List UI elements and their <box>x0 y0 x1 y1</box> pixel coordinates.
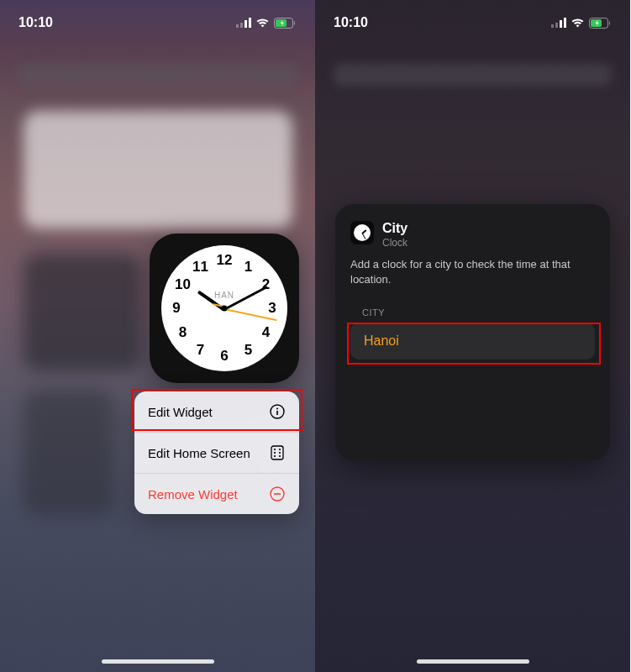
phone-screen-right: 10:10 City Clock Add a clock for a city … <box>315 0 630 672</box>
battery-charging-icon <box>589 18 612 29</box>
sheet-title: City <box>382 221 408 236</box>
background-blur <box>18 64 297 86</box>
clock-number: 7 <box>191 342 211 359</box>
svg-rect-19 <box>555 23 558 28</box>
svg-rect-18 <box>551 24 554 28</box>
svg-point-10 <box>274 449 276 450</box>
clock-app-icon <box>350 221 374 244</box>
city-settings-sheet: City Clock Add a clock for a city to che… <box>335 204 610 460</box>
background-blur <box>24 390 114 516</box>
clock-number: 10 <box>173 276 193 293</box>
clock-number: 8 <box>173 324 193 341</box>
remove-widget-menu-item[interactable]: Remove Widget <box>134 474 299 514</box>
edit-home-screen-menu-item[interactable]: Edit Home Screen <box>134 433 299 474</box>
clock-city-label: HAN <box>214 291 234 300</box>
svg-point-7 <box>276 408 278 410</box>
clock-number: 1 <box>239 259 259 276</box>
status-time: 10:10 <box>334 15 368 30</box>
status-bar: 10:10 <box>315 0 630 37</box>
svg-rect-1 <box>240 23 243 28</box>
svg-rect-17 <box>274 493 281 495</box>
svg-rect-0 <box>236 24 239 28</box>
svg-rect-21 <box>564 18 566 28</box>
cellular-signal-icon <box>236 18 251 28</box>
svg-rect-20 <box>560 20 562 28</box>
info-icon <box>269 403 286 420</box>
background-blur <box>24 254 141 371</box>
clock-number: 3 <box>262 300 282 317</box>
svg-rect-2 <box>245 20 247 28</box>
clock-widget[interactable]: HAN 12 1 2 3 4 5 6 7 8 9 10 11 <box>150 234 299 383</box>
svg-point-11 <box>279 449 281 450</box>
svg-rect-3 <box>249 18 251 28</box>
clock-number: 6 <box>214 348 234 365</box>
background-blur <box>334 64 612 86</box>
wifi-icon <box>255 18 270 28</box>
clock-number: 9 <box>166 300 187 317</box>
background-blur <box>24 111 292 228</box>
sheet-subtitle: Clock <box>382 237 408 249</box>
status-bar: 10:10 <box>0 0 315 37</box>
home-indicator[interactable] <box>417 659 529 664</box>
status-time: 10:10 <box>18 15 53 30</box>
svg-point-13 <box>279 452 281 454</box>
apps-grid-icon <box>269 444 286 461</box>
clock-face: HAN 12 1 2 3 4 5 6 7 8 9 10 11 <box>161 245 287 371</box>
battery-charging-icon <box>274 18 297 29</box>
home-indicator[interactable] <box>102 659 214 664</box>
edit-widget-menu-item[interactable]: Edit Widget <box>134 391 299 433</box>
sheet-section-label: CITY <box>362 307 595 318</box>
wifi-icon <box>571 18 585 28</box>
clock-number: 12 <box>214 252 234 269</box>
phone-screen-left: 10:10 HAN 12 1 2 3 4 5 6 7 8 <box>0 0 315 672</box>
svg-rect-9 <box>271 446 283 459</box>
svg-point-14 <box>274 455 276 457</box>
status-icons <box>551 18 612 29</box>
clock-number: 4 <box>256 324 276 341</box>
sheet-description: Add a clock for a city to check the time… <box>350 257 595 287</box>
menu-item-label: Edit Home Screen <box>148 446 250 460</box>
clock-number: 11 <box>191 259 211 276</box>
menu-item-label: Edit Widget <box>148 405 213 419</box>
svg-point-15 <box>279 455 281 457</box>
clock-number: 5 <box>239 342 259 359</box>
svg-rect-8 <box>276 411 278 415</box>
minus-circle-icon <box>269 486 286 502</box>
clock-center <box>222 306 228 312</box>
sheet-header: City Clock <box>350 221 595 249</box>
widget-context-menu: Edit Widget Edit Home Screen Remove Widg… <box>134 391 299 514</box>
status-icons <box>236 18 297 29</box>
city-selector-row[interactable]: Hanoi <box>350 323 595 360</box>
cellular-signal-icon <box>551 18 566 28</box>
menu-item-label: Remove Widget <box>148 487 238 501</box>
svg-point-12 <box>274 452 276 454</box>
